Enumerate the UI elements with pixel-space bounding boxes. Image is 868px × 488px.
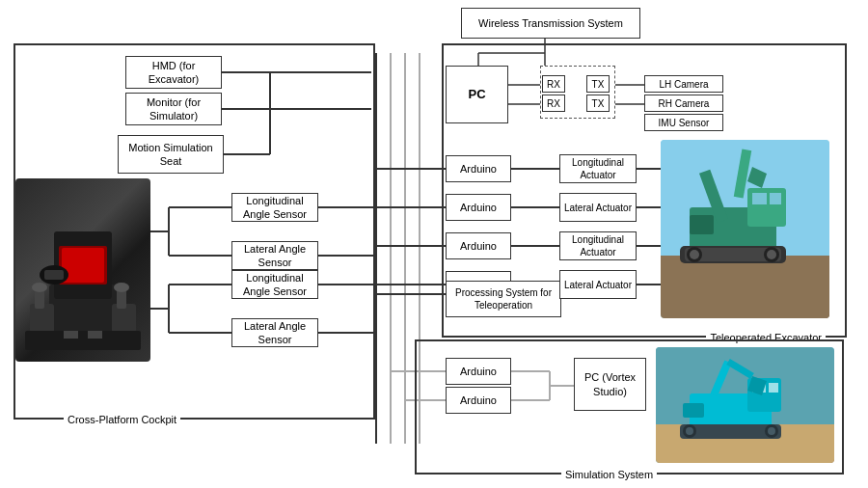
svg-point-70: [114, 283, 129, 292]
svg-point-85: [767, 250, 776, 259]
cockpit-image: [15, 178, 150, 362]
svg-rect-102: [683, 403, 704, 418]
diagram-container: Wireless Transmission System PC RX RX TX…: [0, 0, 868, 488]
real-excavator-image: [661, 140, 829, 318]
simulation-label: Simulation System: [561, 469, 657, 480]
svg-rect-64: [44, 270, 64, 280]
svg-rect-62: [62, 248, 104, 283]
svg-point-83: [690, 250, 699, 259]
svg-rect-72: [64, 331, 78, 339]
svg-rect-94: [769, 383, 778, 393]
wireless-system-box: Wireless Transmission System: [461, 8, 640, 39]
svg-rect-78: [752, 193, 767, 204]
svg-point-67: [32, 283, 47, 292]
svg-rect-73: [88, 331, 102, 339]
svg-point-99: [768, 427, 775, 435]
svg-rect-88: [690, 215, 714, 234]
svg-rect-75: [661, 256, 829, 318]
svg-rect-71: [25, 331, 141, 350]
svg-point-97: [686, 427, 693, 435]
cross-platform-label: Cross-Platform Cockpit: [64, 414, 180, 425]
virtual-excavator-image: [656, 347, 834, 463]
svg-rect-79: [770, 193, 781, 204]
